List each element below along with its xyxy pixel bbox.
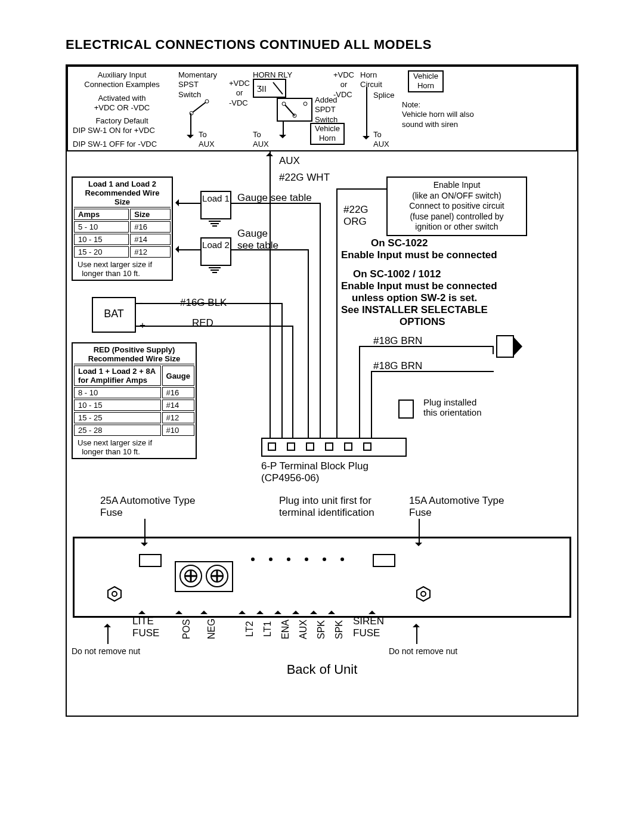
hex-nut-icon (416, 586, 431, 602)
t: Auxiliary Input (73, 70, 171, 80)
fuse15-label: 15A Automotive Type Fuse (409, 495, 504, 519)
aux-wire-label: #22G WHT (279, 172, 330, 184)
term-spk1: SPK (316, 620, 327, 639)
t: -VDC (229, 98, 250, 108)
svg-point-18 (112, 592, 117, 596)
plug-note: Plug into unit first forterminal identif… (279, 495, 374, 519)
term-lt1: LT1 (262, 621, 273, 637)
load2-box: Load 2 (200, 237, 231, 266)
enable-note: On SC-1022 (371, 237, 428, 249)
plug-label: 6-P Terminal Block Plug(CP4956-06) (261, 460, 369, 484)
svg-point-8 (304, 102, 307, 106)
siren-fuse-label: SIRENFUSE (353, 615, 384, 639)
page-title: ELECTRICAL CONNECTIONS CONTINUED ALL MOD… (66, 37, 644, 52)
svg-point-2 (205, 100, 209, 103)
t: Horn (312, 134, 342, 143)
t: AUX (253, 140, 269, 149)
t: Added (315, 95, 338, 105)
t: To (253, 130, 269, 140)
term-spk2: SPK (334, 620, 345, 639)
t: or (333, 80, 354, 89)
t: DIP SW-1 OFF for -VDC (73, 140, 171, 149)
plug-orient-icon (398, 400, 414, 419)
t: Note: (402, 100, 474, 110)
plug-orient: Plug installedthis orientation (423, 397, 482, 417)
load-wire-table: Load 1 and Load 2Recommended Wire Size A… (72, 176, 173, 281)
brn2: #18G BRN (373, 360, 422, 372)
t: Activated with (73, 94, 171, 103)
t: sound with siren (402, 120, 474, 129)
t: AUX (373, 140, 389, 149)
terminal-block-plug (261, 438, 407, 457)
svg-point-20 (421, 592, 426, 596)
gauge1-label: Gauge see table (237, 192, 312, 204)
term-lt2: LT2 (244, 621, 255, 637)
aux-examples-box: Auxiliary Input Connection Examples Acti… (67, 66, 577, 151)
t: SPDT (315, 105, 338, 114)
spdt-switch-icon (277, 98, 312, 122)
aux-col-text: Auxiliary Input Connection Examples Acti… (73, 70, 171, 147)
red-label: RED (192, 317, 213, 329)
term-neg: NEG (206, 618, 217, 639)
t: unless option SW-2 is set. (352, 292, 477, 304)
t: +VDC (229, 79, 250, 88)
lite-fuse-label: LITEFUSE (132, 615, 159, 639)
nut-note-left: Do not remove nut (72, 646, 140, 656)
spst-switch-icon (189, 98, 213, 116)
term-aux: AUX (298, 620, 309, 639)
t: Horn (410, 81, 441, 91)
aux-col-spst: Momentary SPST Switch +VDC or -VDC To AU… (178, 70, 250, 147)
back-of-unit-label: Back of Unit (67, 662, 577, 677)
t: On SC-1002 / 1012 (353, 268, 441, 280)
bat-box: BAT (92, 297, 136, 333)
hex-nut-icon (107, 586, 122, 602)
t: See INSTALLER SELECTABLE (341, 304, 488, 316)
red-wire-table: RED (Positive Supply)Recommended Wire Si… (72, 342, 197, 459)
relay-icon: ƷII (253, 79, 286, 100)
aux-label: AUX (279, 155, 300, 167)
term-ena: ENA (280, 620, 291, 639)
enable-input-box: Enable Input (like an ON/OFF switch) Con… (386, 176, 527, 236)
fuse25-label: 25A Automotive Type Fuse (100, 495, 196, 519)
t: Circuit (360, 80, 382, 89)
unit-back-panel (73, 537, 571, 618)
load1-box: Load 1 (200, 191, 231, 219)
t: To (373, 130, 389, 140)
aux-col-relay: HORN RLY +VDC or -VDC ƷII Added SPDT Swi… (253, 70, 354, 147)
t: To (199, 130, 215, 140)
t: OPTIONS (400, 316, 445, 328)
t: or (229, 88, 250, 98)
t: DIP SW-1 ON for +VDC (73, 126, 171, 135)
t: Vehicle (410, 72, 441, 81)
svg-text:ƷII: ƷII (256, 84, 267, 94)
aux-col-horn: Horn Circuit Vehicle Horn Splice Note: V… (360, 70, 491, 147)
lite-fuse-slot (139, 554, 162, 567)
svg-line-0 (191, 101, 207, 113)
t: Vehicle horn will also (402, 110, 474, 119)
t: Factory Default (73, 116, 171, 126)
t: Enable Input must be connected (341, 280, 497, 292)
t: +VDC (333, 70, 354, 80)
t: Enable Input must be connected (341, 249, 497, 261)
diagram-frame: Auxiliary Input Connection Examples Acti… (66, 64, 578, 717)
term-pos: POS (181, 619, 192, 639)
t: +VDC OR -VDC (94, 103, 150, 112)
t: Vehicle (312, 124, 342, 134)
t: Splice (373, 91, 394, 100)
speaker-icon (496, 335, 514, 358)
nut-note-right: Do not remove nut (389, 646, 457, 656)
brn1: #18G BRN (373, 335, 422, 347)
t: AUX (199, 140, 215, 149)
siren-fuse-slot (373, 554, 395, 567)
t: Connection Examples (73, 80, 171, 89)
org-label: #22GORG (343, 204, 369, 228)
t: Horn (360, 70, 382, 80)
